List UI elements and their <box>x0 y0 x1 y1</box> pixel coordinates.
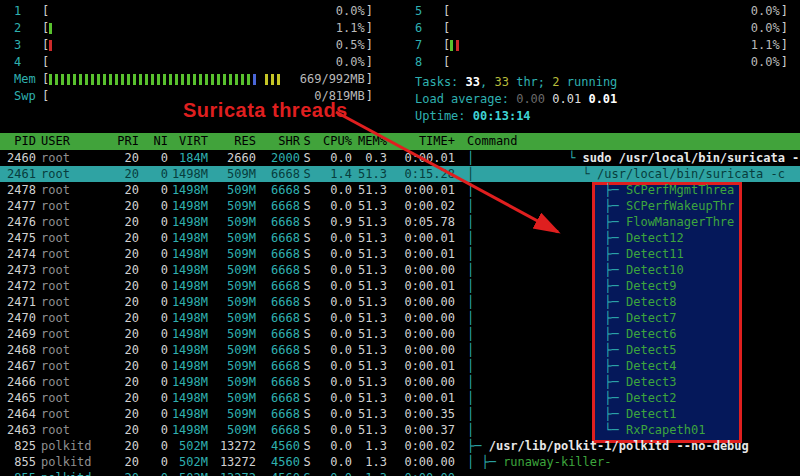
meter-bar: 0.0% <box>49 3 366 20</box>
header-mem[interactable]: MEM% <box>352 133 387 150</box>
cell-command: │ ├─ Detect10 <box>455 262 800 278</box>
cell-s: S <box>300 214 314 230</box>
cell-ni: 0 <box>139 294 168 310</box>
cell-time: 0:00.01 <box>387 390 455 406</box>
cell-command: │ ├─ Detect5 <box>455 342 800 358</box>
process-row-2469[interactable]: 2469root2001498M509M6668S0.051.30:00.00│… <box>0 326 800 342</box>
process-row-2468[interactable]: 2468root2001498M509M6668S0.051.30:00.00│… <box>0 342 800 358</box>
cell-command: │ ├─ runaway-killer- <box>455 454 800 470</box>
meter-bracket: ] <box>366 20 373 37</box>
cell-command: │ ├─ FlowManagerThre <box>455 214 800 230</box>
cell-mem: 1.3 <box>352 438 387 454</box>
process-row-2476[interactable]: 2476root2001498M509M6668S0.951.30:05.78│… <box>0 214 800 230</box>
process-row-2465[interactable]: 2465root2001498M509M6668S0.051.30:00.01│… <box>0 390 800 406</box>
meter-bar-segment <box>450 40 453 51</box>
process-row-2460[interactable]: 2460root200184M26602000S0.00.30:00.01│ └… <box>0 150 800 166</box>
meter-bracket: [ <box>42 20 49 37</box>
header-pri[interactable]: PRI <box>101 133 139 150</box>
header-user[interactable]: USER <box>36 133 101 150</box>
meter-bracket: ] <box>366 71 373 88</box>
cell-command: │ ├─ Detect3 <box>455 374 800 390</box>
cell-pri: 20 <box>101 214 139 230</box>
meter-bar-segment <box>265 74 268 85</box>
meter-value: 0.0% <box>336 54 365 71</box>
process-row-2478[interactable]: 2478root2001498M509M6668S0.051.30:00.01│… <box>0 182 800 198</box>
process-row-2470[interactable]: 2470root2001498M509M6668S0.051.30:00.00│… <box>0 310 800 326</box>
cell-pid: 2467 <box>6 358 36 374</box>
cell-pri: 20 <box>101 166 139 182</box>
meter-6: 6[0.0%] <box>415 20 788 37</box>
cell-res: 509M <box>208 246 256 262</box>
cell-user: root <box>36 278 101 294</box>
cell-command: │ └ sudo /usr/local/bin/suricata - <box>455 150 800 166</box>
command-text: Detect11 <box>626 247 684 261</box>
cell-pri: 20 <box>101 454 139 470</box>
header-virt[interactable]: VIRT <box>168 133 208 150</box>
meter-bar-segment <box>103 74 106 85</box>
status-text-segment: Uptime: <box>415 109 473 123</box>
process-row-2466[interactable]: 2466root2001498M509M6668S0.051.30:00.00│… <box>0 374 800 390</box>
cell-ni: 0 <box>139 230 168 246</box>
header-res[interactable]: RES <box>208 133 256 150</box>
header-shr[interactable]: SHR <box>256 133 300 150</box>
meter-bar-segment <box>235 74 238 85</box>
table-header[interactable]: PID USER PRI NI VIRT RES SHR S CPU% MEM%… <box>0 133 800 150</box>
meter-bar-segment <box>133 74 136 85</box>
meter-bar-segment <box>61 74 64 85</box>
cell-user: root <box>36 230 101 246</box>
meter-value: 1.1% <box>336 20 365 37</box>
cell-pid: 2465 <box>6 390 36 406</box>
meter-bracket: [ <box>443 37 450 54</box>
cell-command: │ ├─ Detect11 <box>455 246 800 262</box>
status-text-segment: Load average: <box>415 92 516 106</box>
meter-label: 5 <box>415 3 443 20</box>
cell-user: root <box>36 406 101 422</box>
process-row-2472[interactable]: 2472root2001498M509M6668S0.051.30:00.01│… <box>0 278 800 294</box>
meter-bar-segment <box>109 74 112 85</box>
cell-pid: 855 <box>6 470 36 476</box>
process-row-2463[interactable]: 2463root2001498M509M6668S0.051.30:00.37│… <box>0 422 800 438</box>
cell-cpu: 0.9 <box>314 214 352 230</box>
meter-7: 7[1.1%] <box>415 37 788 54</box>
cell-res: 509M <box>208 390 256 406</box>
process-row-2473[interactable]: 2473root2001498M509M6668S0.051.30:00.00│… <box>0 262 800 278</box>
cell-virt: 184M <box>168 150 208 166</box>
meter-bar-segment <box>271 74 274 85</box>
cell-command: │ ├─ Detect8 <box>455 294 800 310</box>
process-row-2471[interactable]: 2471root2001498M509M6668S0.051.30:00.00│… <box>0 294 800 310</box>
cell-shr: 6668 <box>256 326 300 342</box>
cell-mem: 51.3 <box>352 230 387 246</box>
tree-branch-icon: │ ├─ <box>467 407 626 421</box>
meter-4: 4[0.0%] <box>14 54 373 71</box>
process-row-855[interactable]: 855polkitd200502M132724560S0.01.30:00.00 <box>0 470 800 476</box>
cell-pri: 20 <box>101 198 139 214</box>
cell-res: 509M <box>208 214 256 230</box>
process-row-2461[interactable]: 2461root2001498M509M6668S1.451.30:15.28│… <box>0 166 800 182</box>
process-row-855[interactable]: 855polkitd200502M132724560S0.01.30:00.00… <box>0 454 800 470</box>
process-row-2467[interactable]: 2467root2001498M509M6668S0.051.30:00.01│… <box>0 358 800 374</box>
cell-mem: 51.3 <box>352 422 387 438</box>
meter-label: 2 <box>14 20 42 37</box>
header-cpu[interactable]: CPU% <box>314 133 352 150</box>
header-pid[interactable]: PID <box>6 133 36 150</box>
meter-bar-segment <box>223 74 226 85</box>
cell-pri: 20 <box>101 230 139 246</box>
tree-branch-icon: │ ├─ <box>467 295 626 309</box>
cell-s: S <box>300 438 314 454</box>
cell-command: │ ├─ Detect4 <box>455 358 800 374</box>
header-ni[interactable]: NI <box>139 133 168 150</box>
tree-branch-icon: │ ├─ <box>467 359 626 373</box>
header-s[interactable]: S <box>300 133 314 150</box>
cell-pid: 2469 <box>6 326 36 342</box>
header-time[interactable]: TIME+ <box>387 133 455 150</box>
header-command[interactable]: Command <box>455 133 800 150</box>
process-row-2474[interactable]: 2474root2001498M509M6668S0.051.30:00.01│… <box>0 246 800 262</box>
cell-pid: 855 <box>6 454 36 470</box>
process-row-825[interactable]: 825polkitd200502M132724560S0.01.30:00.02… <box>0 438 800 454</box>
cell-command <box>455 470 800 476</box>
cell-cpu: 0.0 <box>314 422 352 438</box>
process-row-2464[interactable]: 2464root2001498M509M6668S0.051.30:00.35│… <box>0 406 800 422</box>
cell-command: │ ├─ Detect1 <box>455 406 800 422</box>
process-row-2475[interactable]: 2475root2001498M509M6668S0.051.30:00.01│… <box>0 230 800 246</box>
process-row-2477[interactable]: 2477root2001498M509M6668S0.051.30:00.02│… <box>0 198 800 214</box>
